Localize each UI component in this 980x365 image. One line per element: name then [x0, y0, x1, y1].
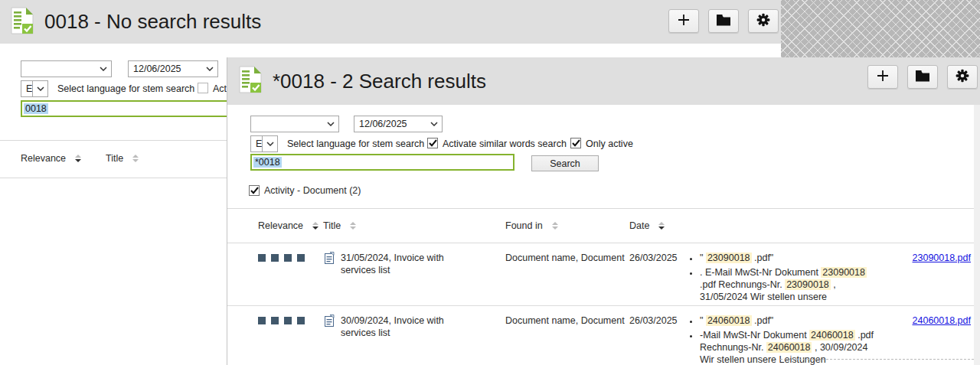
only-active-label: Only active — [586, 139, 633, 149]
foreground-search-window: *0018 - 2 Search results — [227, 57, 980, 365]
background-window-titlebar: 0018 - No search results — [0, 0, 781, 44]
result-document-icon — [323, 314, 336, 365]
table-row[interactable]: 30/09/2024, Invoice with services list D… — [227, 306, 974, 365]
stem-search-label: Select language for stem search — [57, 83, 194, 94]
snippet-item: . E-Mail MwSt-Nr Dokument 23090018 .pdf … — [700, 266, 881, 303]
result-file-link-cell: 24060018.pdf — [886, 314, 974, 365]
result-file-link-cell: 23090018.pdf — [886, 252, 974, 305]
result-date: 26/03/2025 — [629, 252, 689, 305]
relevance-squares — [258, 314, 323, 365]
chevron-down-icon — [323, 122, 338, 126]
check-icon — [572, 139, 580, 147]
results-table-body: 31/05/2024, Invoice with services list D… — [227, 243, 974, 365]
category-dropdown[interactable] — [250, 116, 339, 132]
activate-similar-words-label: Act — [213, 83, 227, 94]
result-date: 26/03/2025 — [629, 314, 689, 365]
result-snippets: " 23090018 .pdf". E-Mail MwSt-Nr Dokumen… — [689, 252, 886, 305]
chevron-down-icon — [96, 67, 111, 71]
activate-similar-words-checkbox[interactable] — [427, 138, 438, 148]
sort-icon[interactable] — [132, 155, 139, 162]
activity-filter: Activity - Document (2) — [249, 184, 361, 197]
sort-icon[interactable] — [75, 155, 81, 162]
settings-button[interactable] — [947, 65, 978, 89]
snippet-item: " 23090018 .pdf" — [700, 252, 881, 264]
pdf-link[interactable]: 23090018.pdf — [913, 253, 971, 263]
column-header-relevance[interactable]: Relevance — [21, 153, 66, 164]
chevron-down-icon — [202, 67, 217, 71]
chevron-down-icon — [32, 81, 47, 96]
language-dropdown[interactable]: EN — [250, 135, 278, 152]
activate-similar-words-label: Activate similar words search — [443, 139, 567, 149]
result-found-in: Document name, Document — [505, 314, 629, 365]
check-icon — [250, 187, 259, 194]
open-folder-button[interactable] — [907, 65, 938, 89]
activate-similar-words-checkbox[interactable] — [198, 83, 208, 93]
column-header-title[interactable]: Title — [106, 153, 123, 164]
results-table-header: Relevance Title Found in Date — [227, 208, 974, 243]
window-title: *0018 - 2 Search results — [273, 70, 486, 93]
language-dropdown[interactable]: EN — [21, 80, 48, 97]
sort-icon[interactable] — [312, 222, 318, 230]
relevance-square — [284, 317, 292, 324]
language-dropdown-value: EN — [251, 139, 262, 149]
chevron-down-icon — [262, 136, 277, 152]
stem-search-label: Select language for stem search — [287, 139, 424, 149]
result-document-icon — [323, 252, 336, 305]
date-dropdown[interactable]: 12/06/2025 — [128, 60, 218, 77]
search-input[interactable]: *0018 — [250, 154, 514, 171]
settings-button[interactable] — [748, 9, 779, 33]
document-check-icon — [239, 66, 262, 96]
app-canvas: 0018 - No search results — [0, 0, 980, 365]
open-folder-button[interactable] — [708, 9, 739, 33]
language-dropdown-value: EN — [21, 83, 32, 94]
dashed-divider — [780, 359, 974, 360]
search-button[interactable]: Search — [531, 155, 599, 171]
folder-icon — [716, 14, 731, 29]
document-check-icon — [11, 7, 34, 37]
snippet-item: " 24060018 .pdf" — [700, 314, 881, 327]
relevance-squares — [258, 252, 323, 305]
relevance-square — [258, 317, 266, 324]
activity-document-checkbox[interactable] — [249, 185, 260, 196]
result-found-in: Document name, Document — [505, 252, 629, 305]
date-dropdown[interactable]: 12/06/2025 — [354, 116, 443, 132]
sort-icon[interactable] — [658, 222, 665, 230]
relevance-square — [271, 254, 279, 262]
sort-icon[interactable] — [552, 222, 558, 230]
relevance-square — [284, 254, 292, 262]
relevance-square — [271, 317, 279, 324]
chevron-down-icon — [426, 122, 442, 126]
vertical-scrollbar[interactable] — [974, 105, 980, 365]
relevance-square — [258, 254, 266, 262]
search-input-value: *0018 — [253, 157, 282, 168]
search-input-value: 0018 — [24, 103, 48, 114]
results-table-header: Relevance Title — [21, 153, 139, 164]
foreground-window-titlebar: *0018 - 2 Search results — [227, 57, 980, 105]
column-header-found-in[interactable]: Found in — [505, 220, 629, 231]
gear-icon — [955, 68, 970, 86]
date-dropdown-value: 12/06/2025 — [354, 119, 426, 129]
only-active-checkbox[interactable] — [570, 138, 581, 148]
activity-document-label: Activity - Document (2) — [264, 185, 361, 196]
result-title[interactable]: 31/05/2024, Invoice with services list — [341, 252, 476, 305]
result-title[interactable]: 30/09/2024, Invoice with services list — [341, 314, 476, 365]
gear-icon — [756, 12, 771, 31]
column-header-title[interactable]: Title — [323, 220, 505, 231]
check-icon — [429, 139, 437, 147]
new-item-button[interactable] — [867, 65, 898, 89]
folder-icon — [915, 70, 930, 85]
pdf-link[interactable]: 24060018.pdf — [913, 315, 971, 326]
plus-icon — [677, 13, 691, 30]
window-title: 0018 - No search results — [44, 10, 261, 34]
result-snippets: " 24060018 .pdf"-Mail MwSt-Nr Dokument 2… — [689, 314, 886, 365]
desktop-background-pattern — [781, 0, 980, 57]
new-item-button[interactable] — [668, 9, 699, 33]
table-row[interactable]: 31/05/2024, Invoice with services list D… — [227, 243, 974, 306]
column-header-date[interactable]: Date — [629, 220, 689, 231]
category-dropdown[interactable] — [21, 60, 112, 77]
relevance-square — [297, 317, 305, 324]
search-input[interactable]: 0018 — [21, 100, 235, 117]
sort-icon[interactable] — [350, 222, 356, 230]
relevance-square — [297, 254, 305, 262]
column-header-relevance[interactable]: Relevance — [258, 220, 323, 231]
